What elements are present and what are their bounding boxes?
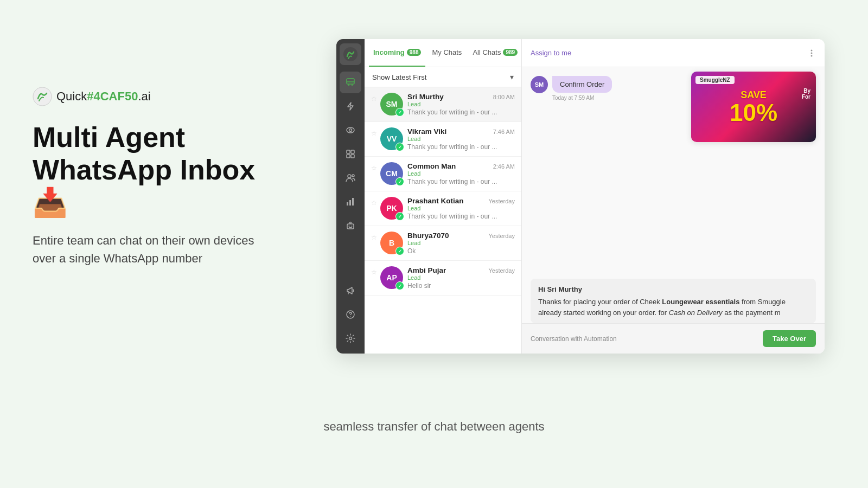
message-timestamp: Today at 7:59 AM (552, 95, 612, 101)
svg-point-21 (349, 337, 352, 340)
chat-time: Yesterday (488, 233, 515, 239)
chat-info: Sri Murthy 8:00 AM Lead Thank you for wr… (407, 93, 515, 116)
svg-rect-5 (347, 150, 350, 153)
chat-item[interactable]: ☆ PK ✓ Prashant Kotian Yesterday Lead Th… (365, 191, 521, 226)
svg-point-1 (343, 47, 358, 61)
svg-rect-8 (351, 155, 354, 158)
star-icon[interactable]: ☆ (371, 268, 377, 276)
whatsapp-icon: ✓ (395, 247, 404, 255)
sidebar-item-help[interactable] (340, 304, 361, 325)
automation-bar: Conversation with Automation Take Over (522, 323, 825, 354)
chat-time: Yesterday (488, 267, 515, 274)
message-body: Thanks for placing your order of Cheek L… (538, 297, 808, 318)
logo-area: Quick#4CAF50.ai (33, 87, 293, 106)
app-window: Incoming 988 My Chats All Chats 989 All … (336, 39, 825, 354)
chat-time: Yesterday (488, 198, 515, 204)
sidebar-item-contacts[interactable] (340, 167, 361, 189)
lead-badge: Lead (407, 170, 515, 177)
quickreply-logo-icon (33, 87, 52, 106)
svg-rect-13 (352, 198, 354, 206)
automation-label: Conversation with Automation (531, 335, 617, 343)
avatar: AP ✓ (380, 266, 403, 289)
chat-preview: Thank you for writing in - our ... (407, 143, 515, 151)
more-options-icon[interactable] (807, 49, 816, 57)
lead-badge: Lead (407, 205, 515, 211)
chat-info: Vikram Viki 7:46 AM Lead Thank you for w… (407, 127, 515, 151)
whatsapp-icon: ✓ (395, 281, 404, 290)
chat-name: Common Man (407, 162, 456, 170)
chat-info: Common Man 2:46 AM Lead Thank you for wr… (407, 162, 515, 185)
sidebar-item-bot[interactable] (340, 215, 361, 236)
star-icon[interactable]: ☆ (371, 234, 377, 241)
lead-badge: Lead (407, 274, 515, 281)
svg-rect-14 (347, 224, 354, 229)
promo-image: SmuggleNZ SAVE 10% By For (691, 72, 816, 142)
tabs-bar: Incoming 988 My Chats All Chats 989 All … (365, 39, 521, 67)
italic-text: Cash on Delivery (669, 309, 723, 317)
logo-text: Quick#4CAF50.ai (56, 89, 151, 104)
chat-name: Bhurya7070 (407, 232, 449, 240)
svg-rect-7 (347, 155, 350, 158)
tab-my-chats[interactable]: My Chats (427, 39, 466, 67)
sidebar-item-megaphone[interactable] (340, 280, 361, 301)
sidebar-item-grid[interactable] (340, 143, 361, 165)
sidebar-logo[interactable] (340, 43, 361, 65)
star-icon[interactable]: ☆ (371, 164, 377, 172)
sidebar-item-lightning[interactable] (340, 95, 361, 117)
bottom-tagline: seamless transfer of chat between agents (323, 420, 544, 434)
whatsapp-icon: ✓ (395, 143, 404, 151)
chat-panel: Incoming 988 My Chats All Chats 989 All … (365, 39, 522, 354)
chat-item[interactable]: ☆ B ✓ Bhurya7070 Yesterday Lead Ok (365, 226, 521, 261)
svg-rect-6 (351, 150, 354, 153)
chat-header: Assign to me (522, 39, 825, 67)
star-icon[interactable]: ☆ (371, 130, 377, 137)
svg-point-0 (33, 87, 52, 106)
sub-text: Entire team can chat on their own device… (33, 232, 260, 267)
chat-preview: Hello sir (407, 282, 515, 290)
all-chats-badge: 989 (503, 49, 518, 56)
promo-card: SmuggleNZ SAVE 10% By For (691, 72, 816, 142)
chat-list: ☆ SM ✓ Sri Murthy 8:00 AM Lead Thank you… (365, 87, 521, 354)
chat-item[interactable]: ☆ AP ✓ Ambi Pujar Yesterday Lead Hello s… (365, 261, 521, 296)
lead-badge: Lead (407, 240, 515, 246)
chat-time: 7:46 AM (493, 129, 515, 135)
sidebar-item-eye[interactable] (340, 119, 361, 141)
assign-to-me-button[interactable]: Assign to me (531, 49, 571, 57)
star-icon[interactable]: ☆ (371, 95, 377, 102)
sidebar-item-analytics[interactable] (340, 191, 361, 213)
chat-item[interactable]: ☆ VV ✓ Vikram Viki 7:46 AM Lead Thank yo… (365, 122, 521, 157)
chat-time: 2:46 AM (493, 163, 515, 170)
sort-label: Show Latest First (372, 73, 426, 81)
svg-rect-12 (349, 200, 351, 206)
lead-badge: Lead (407, 136, 515, 142)
chat-name: Ambi Pujar (407, 266, 446, 274)
whatsapp-icon: ✓ (395, 212, 404, 221)
svg-point-4 (349, 129, 352, 132)
main-heading: Multi Agent WhatsApp Inbox 📥 (33, 121, 293, 219)
avatar: SM ✓ (380, 93, 403, 115)
chat-preview: Thank you for writing in - our ... (407, 178, 515, 185)
sidebar-item-settings[interactable] (340, 328, 361, 349)
take-over-button[interactable]: Take Over (763, 330, 816, 347)
avatar: CM ✓ (380, 162, 403, 185)
svg-point-3 (347, 127, 354, 133)
svg-rect-2 (347, 79, 354, 84)
star-icon[interactable]: ☆ (371, 199, 377, 207)
promo-brand: SmuggleNZ (695, 76, 735, 84)
sort-bar[interactable]: Show Latest First ▾ (365, 67, 521, 87)
avatar: VV ✓ (380, 127, 403, 150)
sidebar-item-inbox[interactable] (340, 72, 361, 93)
chevron-down-icon: ▾ (510, 73, 514, 81)
chat-time: 8:00 AM (493, 94, 515, 100)
promo-percent: 10% (730, 101, 777, 125)
main-chat-area: Assign to me SM Confirm Order Today at 7… (522, 39, 825, 354)
tab-incoming[interactable]: Incoming 988 (369, 39, 425, 67)
tab-all-chats[interactable]: All Chats 989 (468, 39, 522, 67)
chat-preview: Thank you for writing in - our ... (407, 213, 515, 220)
chat-item[interactable]: ☆ CM ✓ Common Man 2:46 AM Lead Thank you… (365, 157, 521, 191)
svg-point-9 (348, 175, 351, 178)
greeting-text: Hi Sri Murthy (538, 284, 808, 295)
chat-item[interactable]: ☆ SM ✓ Sri Murthy 8:00 AM Lead Thank you… (365, 87, 521, 122)
whatsapp-icon: ✓ (395, 108, 404, 117)
chat-name: Vikram Viki (407, 127, 446, 136)
